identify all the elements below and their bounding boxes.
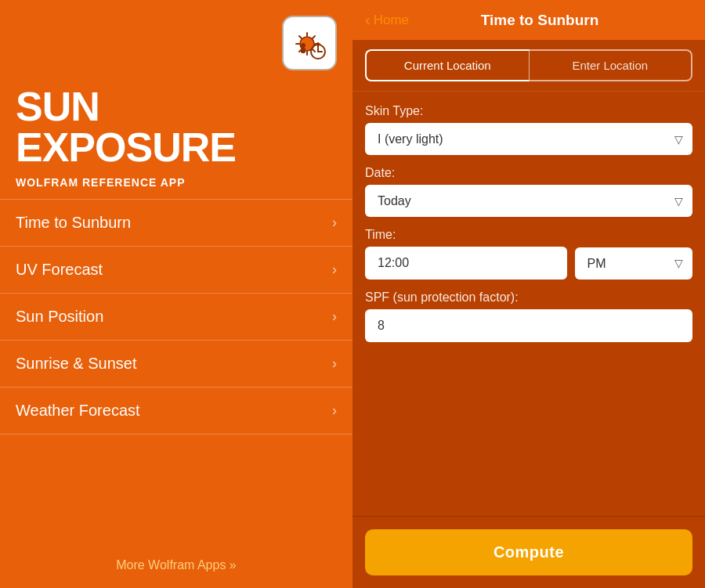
chevron-right-icon: ›	[332, 355, 337, 372]
date-select[interactable]: Today Tomorrow Custom	[365, 185, 692, 217]
app-title-text: SUN EXPOSURE	[16, 86, 337, 168]
menu-list: Time to Sunburn › UV Forecast › Sun Posi…	[0, 199, 352, 543]
menu-item-weather-forecast[interactable]: Weather Forecast ›	[0, 388, 352, 435]
date-select-wrapper: Today Tomorrow Custom ▽	[365, 185, 692, 217]
tab-bar: Current Location Enter Location	[352, 40, 705, 92]
app-subtitle-rest: REFERENCE APP	[78, 176, 185, 189]
ampm-select[interactable]: PM AM	[575, 247, 692, 280]
back-chevron-icon: ‹	[365, 11, 371, 29]
svg-line-7	[313, 36, 315, 38]
menu-item-time-to-sunburn[interactable]: Time to Sunburn ›	[0, 199, 352, 247]
app-subtitle: WOLFRAM REFERENCE APP	[0, 171, 352, 199]
chevron-right-icon: ›	[332, 262, 337, 278]
form-area: Skin Type: I (very light) II (light) III…	[352, 92, 705, 516]
menu-item-label: Sunrise & Sunset	[16, 355, 137, 373]
skin-type-select[interactable]: I (very light) II (light) III (medium) I…	[365, 123, 692, 155]
skin-type-select-wrapper: I (very light) II (light) III (medium) I…	[365, 123, 692, 155]
svg-line-5	[299, 36, 302, 38]
chevron-right-icon: ›	[332, 308, 337, 325]
menu-item-label: Weather Forecast	[16, 402, 140, 420]
menu-item-sunrise-sunset[interactable]: Sunrise & Sunset ›	[0, 341, 352, 388]
menu-item-label: Time to Sunburn	[16, 214, 131, 232]
date-label: Date:	[365, 166, 692, 180]
compute-button[interactable]: Compute	[365, 529, 692, 575]
left-panel: SUN EXPOSURE WOLFRAM REFERENCE APP Time …	[0, 0, 352, 588]
skin-type-group: Skin Type: I (very light) II (light) III…	[365, 104, 692, 155]
time-group: Time: PM AM ▽	[365, 228, 692, 280]
back-button[interactable]: ‹ Home	[365, 11, 409, 29]
chevron-right-icon: ›	[332, 402, 337, 419]
right-header: ‹ Home Time to Sunburn	[352, 0, 705, 40]
compute-btn-area: Compute	[352, 516, 705, 588]
time-input[interactable]	[365, 247, 567, 280]
menu-item-sun-position[interactable]: Sun Position ›	[0, 294, 352, 341]
app-icon	[282, 16, 337, 70]
tab-enter-location[interactable]: Enter Location	[530, 49, 693, 81]
more-apps-section: More Wolfram Apps »	[0, 543, 352, 588]
logo-area	[0, 0, 352, 78]
time-row: PM AM ▽	[365, 247, 692, 280]
menu-item-label: UV Forecast	[16, 261, 103, 279]
skin-type-label: Skin Type:	[365, 104, 692, 118]
spf-group: SPF (sun protection factor):	[365, 290, 692, 342]
app-subtitle-bold: WOLFRAM	[16, 176, 78, 189]
date-group: Date: Today Tomorrow Custom ▽	[365, 166, 692, 217]
page-title: Time to Sunburn	[418, 12, 661, 29]
spf-label: SPF (sun protection factor):	[365, 290, 692, 305]
menu-item-uv-forecast[interactable]: UV Forecast ›	[0, 247, 352, 294]
svg-line-6	[313, 49, 315, 52]
ampm-select-wrapper: PM AM ▽	[575, 247, 692, 280]
svg-point-9	[301, 43, 306, 48]
time-label: Time:	[365, 228, 692, 242]
back-label: Home	[374, 13, 409, 28]
more-apps-link[interactable]: More Wolfram Apps »	[116, 558, 237, 572]
spf-input[interactable]	[365, 309, 692, 342]
tab-current-location[interactable]: Current Location	[365, 49, 530, 81]
right-panel: ‹ Home Time to Sunburn Current Location …	[352, 0, 705, 588]
svg-rect-10	[301, 48, 306, 53]
chevron-right-icon: ›	[332, 215, 337, 231]
menu-item-label: Sun Position	[16, 308, 103, 326]
app-title: SUN EXPOSURE	[0, 78, 352, 171]
